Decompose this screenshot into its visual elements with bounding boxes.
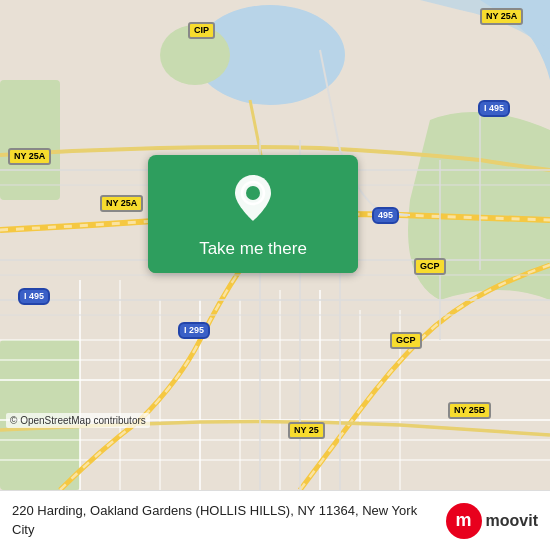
highway-label-ny25-left: NY 25A [8, 148, 51, 165]
footer-bar: 220 Harding, Oakland Gardens (HOLLIS HIL… [0, 490, 550, 550]
highway-label-i295: I 295 [178, 322, 210, 339]
take-me-there-button[interactable]: Take me there [148, 155, 358, 273]
address-text: 220 Harding, Oakland Gardens (HOLLIS HIL… [12, 502, 436, 538]
highway-label-cip: CIP [188, 22, 215, 39]
highway-label-gcp-mid: GCP [414, 258, 446, 275]
location-pin-icon [233, 155, 273, 231]
highway-label-ny25a-mid: NY 25A [100, 195, 143, 212]
osm-credit: © OpenStreetMap contributors [6, 413, 150, 428]
highway-label-i495-top-right: I 495 [478, 100, 510, 117]
highway-label-i495-lower: I 495 [18, 288, 50, 305]
moovit-logo: m moovit [446, 503, 538, 539]
highway-label-ny25a-top-right: NY 25A [480, 8, 523, 25]
svg-point-31 [246, 186, 260, 200]
highway-label-gcp-lower: GCP [390, 332, 422, 349]
moovit-icon: m [446, 503, 482, 539]
take-me-there-label: Take me there [148, 231, 358, 273]
highway-label-ny25b: NY 25B [448, 402, 491, 419]
highway-label-i495-mid: 495 [372, 207, 399, 224]
highway-label-ny25-lower: NY 25 [288, 422, 325, 439]
svg-rect-2 [0, 80, 60, 200]
map-view: NY 25A I 495 NY 25A NY 25A 495 I 495 I 2… [0, 0, 550, 490]
moovit-brand-name: moovit [486, 512, 538, 530]
